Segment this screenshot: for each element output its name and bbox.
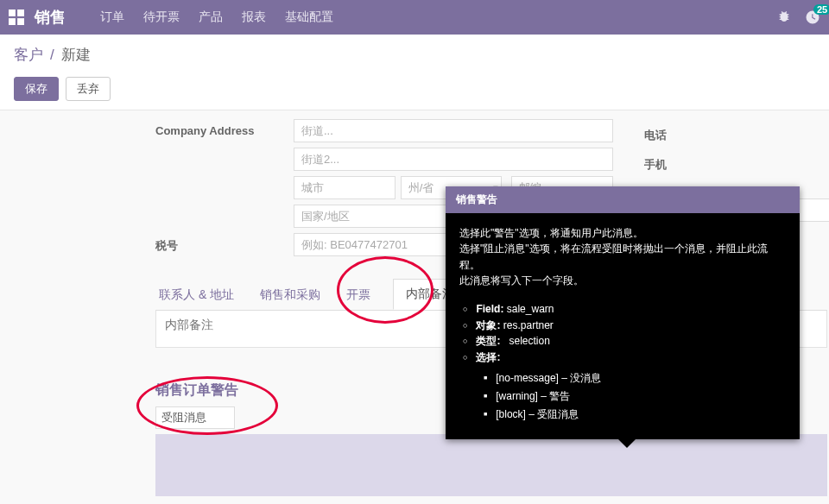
brand-label: 销售 bbox=[35, 7, 66, 28]
vat-label: 税号 bbox=[155, 233, 294, 256]
mobile-label: 手机 bbox=[644, 157, 674, 173]
svg-rect-1 bbox=[17, 9, 24, 16]
apps-icon[interactable] bbox=[9, 9, 24, 25]
tooltip-type: 类型: selection bbox=[463, 333, 786, 350]
tooltip-object: 对象: res.partner bbox=[463, 318, 786, 334]
tooltip-field: Field: sale_warn bbox=[463, 301, 786, 318]
tooltip-arrow bbox=[618, 439, 636, 448]
nav-item-config[interactable]: 基础配置 bbox=[285, 9, 333, 25]
nav-item-products[interactable]: 产品 bbox=[199, 9, 223, 25]
street-input[interactable] bbox=[294, 119, 613, 142]
tab-sales[interactable]: 销售和采购 bbox=[256, 280, 324, 310]
top-nav: 销售 订单 待开票 产品 报表 基础配置 25 bbox=[0, 0, 829, 35]
field-tooltip: 销售警告 选择此"警告"选项，将通知用户此消息。 选择"阻止消息"选项，将在流程… bbox=[446, 186, 800, 439]
nav-item-to-invoice[interactable]: 待开票 bbox=[143, 9, 180, 25]
tooltip-selection: 选择: [no-message] – 没消息 [warning] – 警告 [b… bbox=[463, 350, 786, 422]
tooltip-description: 选择此"警告"选项，将通知用户此消息。 选择"阻止消息"选项，将在流程受阻时将抛… bbox=[459, 225, 786, 289]
notification-badge: 25 bbox=[813, 4, 829, 15]
svg-rect-0 bbox=[9, 9, 16, 16]
tooltip-header: 销售警告 bbox=[446, 186, 800, 213]
phone-label: 电话 bbox=[644, 128, 674, 143]
nav-item-orders[interactable]: 订单 bbox=[100, 9, 124, 25]
save-button[interactable]: 保存 bbox=[14, 77, 59, 101]
tooltip-opt: [no-message] – 没消息 bbox=[484, 370, 786, 387]
tab-invoicing[interactable]: 开票 bbox=[343, 280, 374, 310]
nav-items: 订单 待开票 产品 报表 基础配置 bbox=[100, 9, 333, 25]
tab-contacts[interactable]: 联系人 & 地址 bbox=[155, 280, 237, 310]
breadcrumb-current: 新建 bbox=[61, 45, 91, 65]
tooltip-opt: [block] – 受阻消息 bbox=[484, 406, 786, 423]
company-address-label: Company Address bbox=[155, 119, 294, 228]
street2-input[interactable] bbox=[294, 148, 613, 171]
debug-icon[interactable] bbox=[777, 9, 791, 26]
discard-button[interactable]: 丢弃 bbox=[66, 77, 111, 101]
svg-rect-3 bbox=[17, 18, 24, 25]
sale-warn-message-textarea[interactable] bbox=[155, 434, 827, 496]
nav-item-reports[interactable]: 报表 bbox=[242, 9, 266, 25]
breadcrumb: 客户 / 新建 bbox=[0, 35, 829, 68]
city-input[interactable] bbox=[294, 176, 396, 199]
clock-icon[interactable]: 25 bbox=[805, 9, 820, 25]
action-bar: 保存 丢弃 bbox=[0, 68, 829, 110]
tooltip-opt: [warning] – 警告 bbox=[484, 388, 786, 405]
breadcrumb-sep: / bbox=[50, 47, 54, 64]
sale-warn-select[interactable]: 受阻消息 bbox=[155, 406, 235, 429]
breadcrumb-root[interactable]: 客户 bbox=[14, 45, 43, 65]
svg-rect-2 bbox=[9, 18, 16, 25]
